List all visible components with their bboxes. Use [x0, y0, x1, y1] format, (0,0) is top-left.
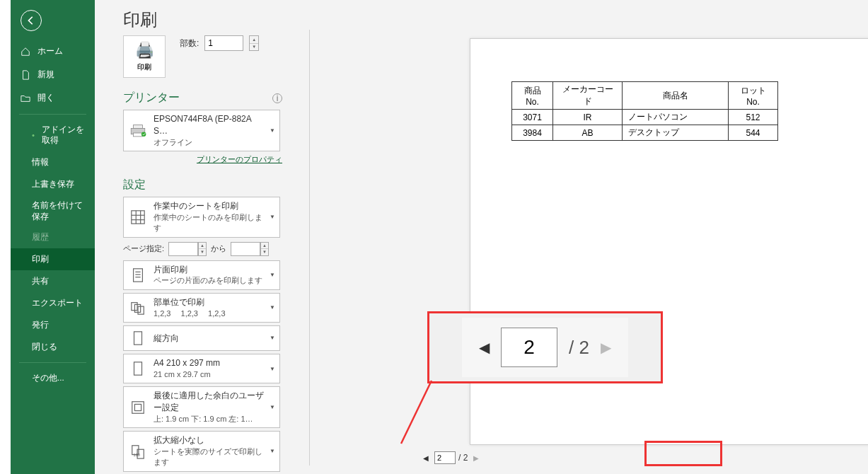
printer-properties-link[interactable]: プリンターのプロパティ [123, 154, 282, 165]
nav-export[interactable]: エクスポート [11, 292, 95, 314]
chevron-down-icon: ▼ [270, 304, 275, 311]
page-to-input[interactable] [231, 242, 260, 256]
svg-text:100: 100 [134, 453, 140, 457]
nav-get-addins[interactable]: アドインを取得 [11, 119, 95, 151]
nav-home[interactable]: ホーム [11, 40, 95, 63]
nav-save-as[interactable]: 名前を付けて保存 [11, 195, 95, 226]
nav-new-label: 新規 [37, 69, 54, 81]
page-from-input[interactable] [168, 242, 198, 256]
total-pages-label: / 2 [458, 453, 468, 463]
main-panel: 印刷 🖨️ 印刷 部数: ▲▼ プリンター i EPSON744F8A (EP-… [95, 0, 868, 474]
svg-rect-17 [134, 362, 142, 375]
nav-other[interactable]: その他... [11, 367, 95, 389]
page-range-to-label: から [211, 243, 226, 254]
paper-icon [128, 359, 148, 378]
folder-open-icon [21, 93, 30, 103]
svg-rect-16 [134, 332, 142, 345]
svg-rect-9 [134, 268, 143, 281]
nav-separator [19, 114, 86, 115]
nav-close[interactable]: 閉じる [11, 336, 95, 358]
current-page-input[interactable] [434, 451, 456, 464]
nav-new[interactable]: 新規 [11, 63, 95, 86]
backstage-sidebar: ホーム 新規 開く アドインを取得 情報 上書き保存 名前を付けて保存 履歴 印… [11, 0, 95, 474]
page-from-spinner[interactable]: ▲▼ [198, 242, 207, 256]
printer-name: EPSON744F8A (EP-882A S… [154, 113, 264, 137]
copies-input[interactable] [204, 35, 243, 51]
orientation-selector[interactable]: 縦方向 ▼ [123, 325, 280, 351]
nav-print[interactable]: 印刷 [11, 248, 95, 270]
nav-separator [19, 362, 86, 363]
copies-label: 部数: [180, 37, 199, 50]
nav-open[interactable]: 開く [11, 86, 95, 110]
callout-page-input: 2 [501, 328, 557, 367]
nav-history: 履歴 [11, 226, 95, 248]
print-button[interactable]: 🖨️ 印刷 [123, 35, 166, 78]
table-row: 3071 IR ノートパソコン 512 [512, 110, 778, 125]
scaling-selector[interactable]: 100 拡大縮小なし シートを実際のサイズで印刷します ▼ [123, 431, 280, 472]
nav-publish[interactable]: 発行 [11, 314, 95, 336]
duplex-selector[interactable]: 片面印刷 ページの片面のみを印刷します ▼ [123, 260, 280, 290]
page-range-label: ページ指定: [123, 243, 164, 254]
svg-rect-19 [134, 404, 141, 410]
preview-page: 商品No. メーカーコード 商品名 ロットNo. 3071 IR ノートパソコン… [470, 38, 868, 445]
collate-icon [128, 299, 148, 317]
copies-spinner[interactable]: ▲▼ [249, 35, 259, 51]
chevron-down-icon: ▼ [270, 404, 275, 410]
collate-selector[interactable]: 部単位で印刷 1,2,3 1,2,3 1,2,3 ▼ [123, 293, 280, 323]
page-to-spinner[interactable]: ▲▼ [260, 242, 269, 256]
printer-icon: 🖨️ [135, 41, 154, 59]
sheet-icon [128, 208, 148, 226]
svg-rect-1 [134, 125, 143, 128]
next-page-icon: ▶ [601, 339, 611, 356]
page-title: 印刷 [123, 8, 840, 31]
annotation-callout-large: ◀ 2 / 2 ▶ [427, 311, 663, 383]
scale-icon: 100 [128, 442, 148, 461]
svg-point-3 [141, 132, 146, 137]
info-icon[interactable]: i [272, 93, 282, 103]
portrait-icon [128, 329, 148, 347]
print-scope-selector[interactable]: 作業中のシートを印刷 作業中のシートのみを印刷します ▼ [123, 197, 280, 238]
svg-rect-2 [134, 133, 143, 137]
prev-page-button[interactable]: ◀ [420, 454, 432, 462]
paper-size-selector[interactable]: A4 210 x 297 mm 21 cm x 29.7 cm ▼ [123, 354, 280, 383]
print-preview-area: 商品No. メーカーコード 商品名 ロットNo. 3071 IR ノートパソコン… [321, 30, 857, 466]
nav-share[interactable]: 共有 [11, 270, 95, 292]
settings-section-title: 設定 [123, 178, 282, 192]
nav-info[interactable]: 情報 [11, 151, 95, 173]
home-icon [21, 47, 30, 57]
file-icon [21, 70, 30, 80]
margins-selector[interactable]: 最後に適用した余白のユーザー設定 上: 1.9 cm 下: 1.9 cm 左: … [123, 386, 280, 428]
print-button-label: 印刷 [137, 62, 151, 72]
margins-icon [128, 398, 148, 417]
back-button[interactable] [21, 10, 42, 31]
print-settings-panel: 🖨️ 印刷 部数: ▲▼ プリンター i EPSON744F8A (EP-882… [123, 35, 282, 474]
preview-table: 商品No. メーカーコード 商品名 ロットNo. 3071 IR ノートパソコン… [511, 81, 778, 141]
chevron-down-icon: ▼ [270, 335, 275, 341]
svg-rect-18 [132, 401, 144, 413]
nav-save[interactable]: 上書き保存 [11, 173, 95, 195]
chevron-down-icon: ▼ [270, 366, 275, 372]
printer-section-title: プリンター [123, 91, 180, 105]
chevron-down-icon: ▼ [270, 272, 275, 278]
svg-rect-4 [132, 211, 144, 224]
printer-device-icon [128, 121, 148, 139]
prev-page-icon: ◀ [479, 339, 490, 356]
table-header-row: 商品No. メーカーコード 商品名 ロットNo. [512, 82, 778, 110]
table-row: 3984 AB デスクトップ 544 [512, 125, 778, 141]
nav-home-label: ホーム [37, 45, 63, 57]
chevron-down-icon: ▼ [270, 214, 275, 220]
chevron-down-icon: ▼ [270, 448, 275, 454]
printer-selector[interactable]: EPSON744F8A (EP-882A S… オフライン ▼ [123, 110, 280, 151]
nav-open-label: 開く [37, 92, 54, 104]
printer-status: オフライン [154, 137, 264, 148]
panel-divider [309, 30, 310, 466]
callout-total-label: / 2 [569, 337, 589, 359]
page-single-icon [128, 266, 148, 284]
next-page-button[interactable]: ▶ [470, 454, 482, 462]
page-navigator: ◀ / 2 ▶ [420, 451, 482, 464]
chevron-down-icon: ▼ [270, 127, 275, 134]
